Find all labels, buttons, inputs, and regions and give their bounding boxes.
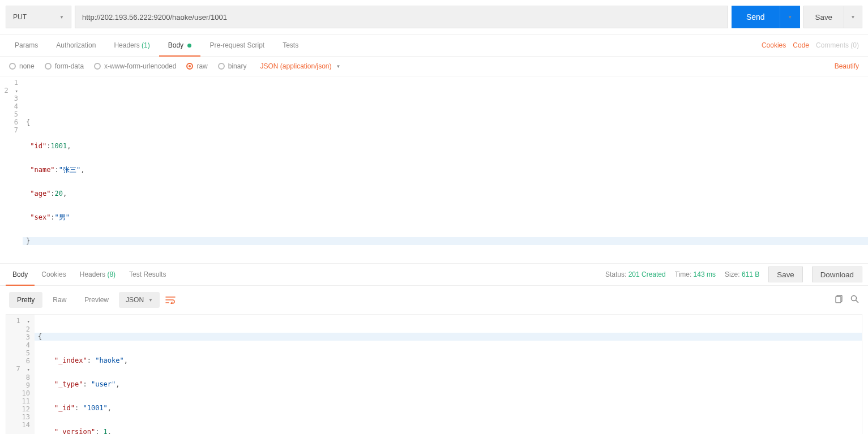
size-value: 611 B bbox=[742, 270, 759, 278]
code-area[interactable]: { "_index": "haoke", "_type": "user", "_… bbox=[35, 315, 862, 434]
gutter: 1 ▾ 2 3 4 5 6 7 ▾ 8 9 10 11 12 13 14 bbox=[6, 315, 35, 434]
link-beautify[interactable]: Beautify bbox=[835, 62, 859, 70]
gutter: 1 2 ▾ 3 4 5 6 7 bbox=[0, 76, 23, 263]
chevron-down-icon: ▼ bbox=[851, 15, 856, 20]
send-button[interactable]: Send bbox=[732, 6, 780, 28]
save-button[interactable]: Save bbox=[803, 6, 844, 28]
resp-view-preview[interactable]: Preview bbox=[76, 292, 117, 308]
tab-body[interactable]: Body bbox=[159, 35, 201, 56]
save-dropdown[interactable]: ▼ bbox=[844, 6, 862, 28]
resp-format-select[interactable]: JSON ▼ bbox=[119, 292, 160, 308]
resp-tab-headers[interactable]: Headers (8) bbox=[73, 264, 122, 285]
tab-params[interactable]: Params bbox=[6, 35, 47, 56]
http-method-select[interactable]: PUT ▼ bbox=[6, 6, 71, 28]
chevron-down-icon: ▼ bbox=[788, 15, 792, 20]
tab-tests[interactable]: Tests bbox=[273, 35, 307, 56]
search-icon[interactable] bbox=[850, 295, 859, 305]
chevron-down-icon: ▼ bbox=[59, 15, 64, 20]
response-body-editor[interactable]: 1 ▾ 2 3 4 5 6 7 ▾ 8 9 10 11 12 13 14 { "… bbox=[6, 314, 862, 434]
save-response-button[interactable]: Save bbox=[768, 267, 802, 282]
wrap-lines-button[interactable] bbox=[162, 291, 179, 308]
radio-raw[interactable]: raw bbox=[186, 62, 207, 70]
send-dropdown[interactable]: ▼ bbox=[780, 6, 800, 28]
copy-icon[interactable] bbox=[835, 295, 844, 305]
svg-line-3 bbox=[856, 300, 859, 303]
resp-tab-body[interactable]: Body bbox=[6, 264, 35, 285]
body-modified-dot bbox=[187, 44, 191, 48]
status-value: 201 Created bbox=[628, 270, 666, 278]
url-input[interactable] bbox=[75, 6, 728, 28]
radio-formdata[interactable]: form-data bbox=[45, 62, 84, 70]
wrap-icon bbox=[165, 296, 176, 304]
request-body-editor[interactable]: 1 2 ▾ 3 4 5 6 7 { "id":1001, "name":"张三"… bbox=[0, 76, 868, 264]
resp-tab-testresults[interactable]: Test Results bbox=[122, 264, 173, 285]
resp-view-pretty[interactable]: Pretty bbox=[9, 292, 42, 308]
chevron-down-icon: ▼ bbox=[148, 298, 153, 303]
tab-headers[interactable]: Headers (1) bbox=[105, 35, 159, 56]
tab-authorization[interactable]: Authorization bbox=[47, 35, 105, 56]
time-value: 143 ms bbox=[694, 270, 716, 278]
radio-none[interactable]: none bbox=[9, 62, 35, 70]
resp-view-raw[interactable]: Raw bbox=[45, 292, 74, 308]
link-code[interactable]: Code bbox=[793, 41, 809, 49]
resp-tab-cookies[interactable]: Cookies bbox=[35, 264, 72, 285]
code-area[interactable]: { "id":1001, "name":"张三", "age":20, "sex… bbox=[23, 76, 868, 263]
radio-binary[interactable]: binary bbox=[218, 62, 247, 70]
link-comments[interactable]: Comments (0) bbox=[816, 41, 859, 49]
download-button[interactable]: Download bbox=[812, 267, 862, 282]
link-cookies[interactable]: Cookies bbox=[762, 41, 786, 49]
chevron-down-icon: ▼ bbox=[336, 64, 341, 69]
content-type-select[interactable]: JSON (application/json) ▼ bbox=[260, 62, 340, 70]
tab-prerequest[interactable]: Pre-request Script bbox=[200, 35, 273, 56]
svg-rect-1 bbox=[836, 297, 841, 303]
radio-xwww[interactable]: x-www-form-urlencoded bbox=[94, 62, 176, 70]
http-method-label: PUT bbox=[13, 13, 27, 21]
svg-point-2 bbox=[852, 296, 857, 301]
